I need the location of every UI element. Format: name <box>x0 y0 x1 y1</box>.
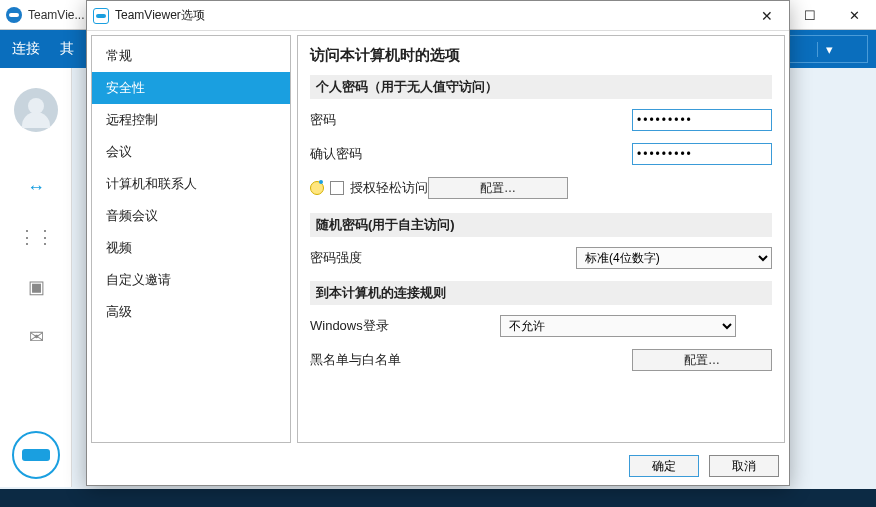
hint-lightbulb-icon <box>310 181 324 195</box>
password-strength-label: 密码强度 <box>310 249 480 267</box>
nav-invite[interactable]: 自定义邀请 <box>92 264 290 296</box>
taskbar <box>0 489 876 507</box>
teamviewer-big-logo-icon <box>12 431 60 479</box>
easy-access-label: 授权轻松访问 <box>350 179 428 197</box>
nav-security[interactable]: 安全性 <box>92 72 290 104</box>
bg-sidebar: ↔ ⋮⋮ ▣ ✉ <box>0 68 72 487</box>
teamviewer-logo-icon <box>6 7 22 23</box>
windows-login-label: Windows登录 <box>310 317 500 335</box>
teamviewer-small-icon <box>93 8 109 24</box>
nav-meeting[interactable]: 会议 <box>92 136 290 168</box>
blacklist-whitelist-label: 黑名单与白名单 <box>310 351 480 369</box>
bg-max-button[interactable]: ☐ <box>788 0 832 30</box>
nav-video[interactable]: 视频 <box>92 232 290 264</box>
cancel-button[interactable]: 取消 <box>709 455 779 477</box>
chevron-down-icon: ▾ <box>817 42 833 57</box>
options-dialog: TeamViewer选项 ✕ 常规 安全性 远程控制 会议 计算机和联系人 音频… <box>86 0 790 486</box>
password-label: 密码 <box>310 111 480 129</box>
confirm-password-input[interactable] <box>632 143 772 165</box>
easy-access-configure-button[interactable]: 配置… <box>428 177 568 199</box>
nav-advanced[interactable]: 高级 <box>92 296 290 328</box>
blacklist-configure-button[interactable]: 配置… <box>632 349 772 371</box>
dialog-titlebar: TeamViewer选项 ✕ <box>87 1 789 31</box>
password-strength-select[interactable]: 标准(4位数字) <box>576 247 772 269</box>
avatar[interactable] <box>14 88 58 132</box>
dialog-close-button[interactable]: ✕ <box>745 1 789 31</box>
sidebar-contacts-icon[interactable]: ▣ <box>0 262 72 312</box>
group-random-password: 随机密码(用于自主访问) <box>310 213 772 237</box>
menu-connect[interactable]: 连接 <box>12 40 40 58</box>
group-personal-password: 个人密码（用于无人值守访问） <box>310 75 772 99</box>
options-panel: 访问本计算机时的选项 个人密码（用于无人值守访问） 密码 确认密码 授权轻松访问… <box>297 35 785 443</box>
confirm-password-label: 确认密码 <box>310 145 480 163</box>
windows-login-select[interactable]: 不允许 <box>500 315 736 337</box>
easy-access-checkbox[interactable] <box>330 181 344 195</box>
bg-close-button[interactable]: ✕ <box>832 0 876 30</box>
sidebar-remote-icon[interactable]: ↔ <box>0 162 72 212</box>
nav-remote-control[interactable]: 远程控制 <box>92 104 290 136</box>
dialog-title: TeamViewer选项 <box>115 7 205 24</box>
options-nav: 常规 安全性 远程控制 会议 计算机和联系人 音频会议 视频 自定义邀请 高级 <box>91 35 291 443</box>
nav-contacts[interactable]: 计算机和联系人 <box>92 168 290 200</box>
bg-window-title: TeamVie... <box>28 8 84 22</box>
nav-general[interactable]: 常规 <box>92 40 290 72</box>
sidebar-chat-icon[interactable]: ✉ <box>0 312 72 362</box>
ok-button[interactable]: 确定 <box>629 455 699 477</box>
dialog-footer: 确定 取消 <box>87 447 789 485</box>
nav-audio[interactable]: 音频会议 <box>92 200 290 232</box>
panel-heading: 访问本计算机时的选项 <box>310 46 772 65</box>
menu-other[interactable]: 其 <box>60 40 74 58</box>
sidebar-meeting-icon[interactable]: ⋮⋮ <box>0 212 72 262</box>
group-connection-rules: 到本计算机的连接规则 <box>310 281 772 305</box>
password-input[interactable] <box>632 109 772 131</box>
